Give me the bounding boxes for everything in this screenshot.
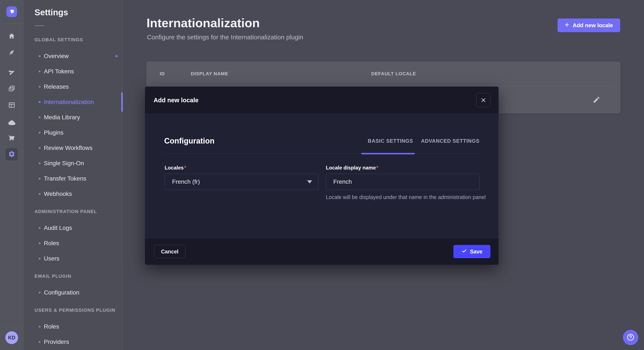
sidebar-item-webhooks[interactable]: Webhooks (24, 187, 122, 200)
feather-icon (8, 49, 15, 57)
sidebar-item-configuration[interactable]: Configuration (24, 286, 122, 299)
rail-item-cloud[interactable] (0, 116, 24, 130)
bullet-icon (39, 132, 40, 134)
rail-item-media-library[interactable] (0, 82, 24, 96)
bullet-icon (39, 86, 40, 88)
modal-body: Configuration BASIC SETTINGS ADVANCED SE… (145, 114, 498, 238)
close-icon[interactable] (476, 93, 490, 107)
sidebar-item-overview[interactable]: Overview (24, 49, 122, 63)
save-button[interactable]: Save (454, 245, 490, 258)
add-locale-modal: Add new locale Configuration BASIC SETTI… (145, 87, 498, 265)
divider (153, 86, 614, 86)
bullet-icon (39, 163, 40, 164)
table-column-header-default-locale: DEFAULT LOCALE (371, 71, 416, 77)
sidebar-item-label: Configuration (44, 289, 80, 296)
sidebar-item-label: Releases (44, 83, 69, 90)
strapi-logo[interactable] (6, 6, 17, 17)
app-root: KD Settings GLOBAL SETTINGSOverviewAPI T… (0, 0, 644, 350)
sidebar-item-internationalization[interactable]: Internationalization (24, 95, 122, 109)
cancel-button[interactable]: Cancel (154, 245, 186, 258)
cloud-icon (8, 119, 16, 127)
rail-item-layout[interactable] (0, 98, 24, 112)
sidebar-item-single-sign-on[interactable]: Single Sign-On (24, 157, 122, 170)
chevron-down-icon (307, 180, 312, 183)
bullet-icon (39, 258, 40, 259)
sidebar-item-review-workflows[interactable]: Review Workflows (24, 141, 122, 155)
add-new-locale-button[interactable]: + Add new locale (558, 18, 620, 32)
locales-select[interactable]: French (fr) (164, 174, 318, 190)
sidebar-item-label: Review Workflows (44, 145, 92, 151)
sidebar-item-plugins[interactable]: Plugins (24, 126, 122, 139)
edit-locale-button[interactable] (592, 96, 601, 104)
table-column-header-display-name: DISPLAY NAME (191, 71, 228, 77)
help-button[interactable] (623, 330, 638, 345)
plus-icon: + (565, 21, 569, 29)
divider (164, 154, 480, 154)
modal-header: Add new locale (145, 87, 498, 114)
sidebar-item-label: Audit Logs (44, 224, 72, 231)
sidebar-item-audit-logs[interactable]: Audit Logs (24, 221, 122, 234)
avatar[interactable]: KD (5, 331, 18, 344)
rail-item-feather[interactable] (0, 46, 24, 60)
sidebar-item-roles[interactable]: Roles (24, 320, 122, 333)
sidebar-item-label: Plugins (44, 129, 64, 136)
active-tab-underline (361, 153, 415, 154)
sidebar-section-label: ADMINISTRATION PANEL (34, 209, 97, 214)
divider (34, 25, 44, 26)
sidebar-item-transfer-tokens[interactable]: Transfer Tokens (24, 172, 122, 185)
bullet-icon (39, 71, 40, 72)
page-title: Internationalization (146, 16, 260, 30)
home-icon (8, 32, 15, 40)
bullet-icon (39, 117, 40, 118)
save-label: Save (470, 249, 482, 255)
bullet-icon (39, 227, 40, 229)
locale-display-name-hint: Locale will be displayed under that name… (326, 194, 490, 201)
gear-icon (8, 150, 15, 158)
sidebar-item-label: Webhooks (44, 190, 72, 197)
divider (0, 23, 24, 24)
sidebar-item-providers[interactable]: Providers (24, 335, 122, 349)
locale-display-name-label: Locale display name* (326, 165, 378, 171)
tab-basic-settings[interactable]: BASIC SETTINGS (368, 138, 413, 144)
modal-title: Add new locale (154, 97, 198, 104)
sidebar-item-label: Transfer Tokens (44, 175, 86, 182)
notification-dot (116, 55, 118, 57)
bullet-icon (39, 326, 40, 328)
layout-icon (8, 101, 15, 109)
sidebar-section-label: GLOBAL SETTINGS (34, 37, 83, 42)
rail-item-cart[interactable] (0, 131, 24, 145)
sidebar-section-label: USERS & PERMISSIONS PLUGIN (34, 308, 116, 313)
strapi-logo-glyph (6, 6, 17, 17)
sidebar-item-media-library[interactable]: Media Library (24, 111, 122, 124)
sidebar-item-label: Roles (44, 323, 59, 330)
sidebar-item-label: Roles (44, 240, 59, 247)
sidebar-item-label: Media Library (44, 114, 80, 121)
cart-icon (8, 134, 15, 142)
rail-item-gear[interactable] (0, 147, 24, 161)
sidebar-item-api-tokens[interactable]: API Tokens (24, 65, 122, 78)
divider (0, 326, 24, 326)
table-column-header-id: ID (160, 71, 165, 77)
add-new-locale-label: Add new locale (573, 22, 613, 29)
tab-advanced-settings[interactable]: ADVANCED SETTINGS (421, 138, 480, 144)
sidebar-item-releases[interactable]: Releases (24, 80, 122, 93)
locales-label: Locales* (164, 165, 186, 171)
question-mark-icon (626, 333, 635, 342)
configuration-title: Configuration (164, 137, 214, 146)
main-nav-rail: KD (0, 0, 24, 350)
locales-select-value: French (fr) (172, 178, 200, 185)
sidebar-item-label: Internationalization (44, 99, 94, 105)
required-asterisk: * (184, 165, 186, 171)
pencil-icon (593, 101, 600, 104)
locale-display-name-input[interactable] (326, 174, 480, 190)
sidebar-item-users[interactable]: Users (24, 252, 122, 265)
sidebar-item-roles[interactable]: Roles (24, 237, 122, 250)
rail-item-home[interactable] (0, 29, 24, 43)
media-library-icon (8, 85, 15, 93)
bullet-icon (39, 55, 40, 57)
bullet-icon (39, 147, 40, 149)
sidebar-item-label: Users (44, 255, 60, 262)
sidebar-item-label: API Tokens (44, 68, 74, 75)
rail-item-paper-plane[interactable] (0, 65, 24, 79)
bullet-icon (39, 193, 40, 195)
